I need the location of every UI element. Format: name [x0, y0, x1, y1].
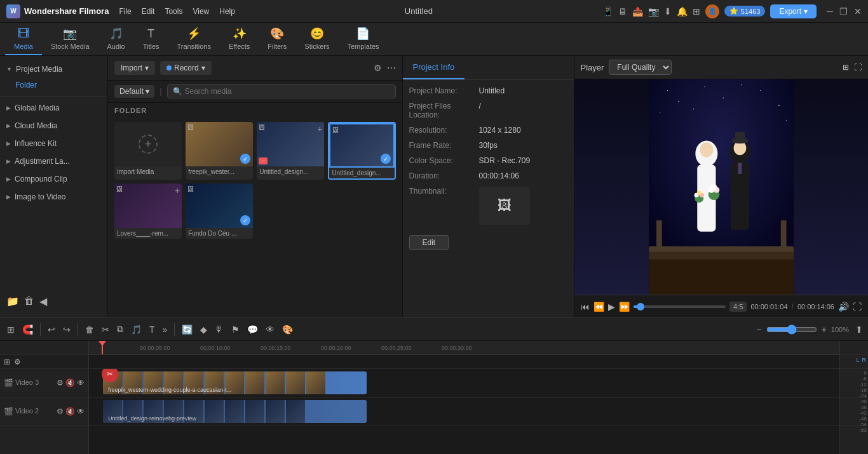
tab-media[interactable]: 🎞 Media — [5, 23, 42, 55]
menu-view[interactable]: View — [193, 7, 209, 16]
collapse-panel-icon[interactable]: ◀ — [39, 295, 47, 307]
media-item-lovers[interactable]: 🖼 + Lovers____-rem... — [114, 184, 182, 239]
folder-item[interactable]: Folder — [0, 77, 107, 93]
global-media-header[interactable]: ▶ Global Media — [0, 100, 107, 116]
tab-transitions[interactable]: ⚡ Transitions — [168, 23, 220, 55]
split-audio-button[interactable]: 🎵 — [129, 323, 144, 337]
video3-settings-icon[interactable]: ⚙ — [57, 378, 64, 387]
project-info-tab[interactable]: Project Info — [403, 56, 465, 79]
video2-clip[interactable]: Untitled_design-removebg-preview — [103, 400, 367, 423]
menu-file[interactable]: File — [119, 7, 131, 16]
video3-mute-icon[interactable]: 🔇 — [65, 378, 75, 387]
video3-visibility-icon[interactable]: 👁 — [77, 378, 85, 387]
eye-button[interactable]: 👁 — [264, 323, 276, 337]
search-input[interactable] — [185, 87, 390, 96]
keyframe-button[interactable]: ◆ — [198, 323, 209, 337]
minimize-button[interactable]: ─ — [827, 6, 833, 17]
zoom-slider[interactable] — [766, 324, 817, 335]
delete-button[interactable]: 🗑 — [83, 323, 96, 337]
menu-tools[interactable]: Tools — [165, 7, 182, 16]
media-item-untitled2[interactable]: 🖼 ✓ Untitled_design... — [328, 122, 395, 180]
import-button[interactable]: Import ▾ — [114, 61, 155, 75]
image-to-video-header[interactable]: ▶ Image to Video — [0, 189, 107, 205]
tab-stickers[interactable]: 😊 Stickers — [295, 23, 338, 55]
tab-audio[interactable]: 🎵 Audio — [98, 23, 134, 55]
video2-settings-icon[interactable]: ⚙ — [57, 407, 64, 416]
captions-button[interactable]: 💬 — [245, 323, 260, 337]
left-section-adjustment: ▶ Adjustment La... — [0, 153, 107, 170]
markers-button[interactable]: ⚑ — [229, 323, 241, 337]
loop-button[interactable]: 🔄 — [180, 323, 194, 337]
color-button[interactable]: 🎨 — [280, 323, 295, 337]
volume-button[interactable]: 🔊 — [838, 302, 849, 312]
default-select[interactable]: Default ▾ — [114, 85, 154, 98]
add-folder-icon[interactable]: 📁 — [6, 295, 19, 307]
tab-titles[interactable]: T Titles — [134, 23, 168, 55]
skip-back-button[interactable]: ⏮ — [581, 302, 590, 312]
camera-icon[interactable]: 📷 — [648, 6, 659, 17]
add-media-icon[interactable]: + — [139, 135, 158, 154]
filter-icon[interactable]: ⚙ — [374, 63, 382, 73]
adjustment-header[interactable]: ▶ Adjustment La... — [0, 153, 107, 170]
export-button[interactable]: Export ▾ — [770, 4, 817, 18]
track-options-icon[interactable]: ⚙ — [14, 357, 21, 366]
svg-point-5 — [760, 90, 761, 91]
import-arrow: ▾ — [145, 63, 149, 72]
close-button[interactable]: ✕ — [854, 6, 862, 17]
db-48: -48 — [841, 416, 867, 422]
more-tl-button[interactable]: » — [161, 323, 170, 337]
project-media-header[interactable]: ▼ Project Media — [0, 61, 107, 77]
step-back-button[interactable]: ⏪ — [593, 302, 604, 312]
tab-stock-media[interactable]: 📷 Stock Media — [42, 23, 98, 55]
maximize-button[interactable]: ❐ — [839, 6, 848, 17]
menu-help[interactable]: Help — [219, 7, 235, 16]
thumbnail-label: Thumbnail: — [409, 187, 479, 196]
video3-clip[interactable]: freepik_western-wedding-couple-a-caucasi… — [103, 371, 367, 394]
delete-icon[interactable]: 🗑 — [24, 295, 34, 307]
media-grid: + Import Media 🖼 ✓ freepik_wester... 🖼 + — [108, 118, 402, 243]
video2-mute-icon[interactable]: 🔇 — [65, 407, 75, 416]
undo-button[interactable]: ↩ — [46, 323, 57, 337]
grid-view-icon[interactable]: ⊞ — [843, 63, 849, 72]
text-button[interactable]: T — [147, 323, 157, 337]
add-track-icon[interactable]: ⊞ — [4, 357, 10, 366]
timeline-expand-icon[interactable]: ⬆ — [855, 324, 863, 335]
copy-button[interactable]: ⧉ — [115, 322, 125, 337]
redo-button[interactable]: ↪ — [61, 323, 72, 337]
fullscreen-button[interactable]: ⛶ — [853, 302, 862, 312]
progress-bar[interactable] — [634, 305, 726, 308]
timeline-grid-button[interactable]: ⊞ — [5, 323, 17, 337]
user-avatar[interactable]: 👤 — [705, 4, 719, 18]
tab-effects[interactable]: ✨ Effects — [220, 23, 259, 55]
cloud-media-header[interactable]: ▶ Cloud Media — [0, 117, 107, 134]
more-options-icon[interactable]: ⋯ — [387, 63, 396, 73]
video2-visibility-icon[interactable]: 👁 — [77, 407, 85, 416]
media-item-freepik[interactable]: 🖼 ✓ freepik_wester... — [186, 122, 253, 180]
expand-icon[interactable]: ⛶ — [854, 63, 862, 72]
edit-thumbnail-button[interactable]: Edit — [409, 235, 449, 250]
compound-clip-header[interactable]: ▶ Compound Clip — [0, 171, 107, 187]
step-forward-button[interactable]: ⏩ — [619, 302, 630, 312]
playhead[interactable] — [102, 341, 103, 354]
cut-button[interactable]: ✂ — [100, 323, 111, 337]
zoom-in-button[interactable]: + — [820, 323, 829, 337]
phone-icon[interactable]: 📱 — [602, 6, 613, 17]
tab-filters[interactable]: 🎨 Filters — [259, 23, 295, 55]
record-button[interactable]: Record ▾ — [160, 61, 212, 75]
media-item-untitled1[interactable]: 🖼 + ← Untitled_design... — [257, 122, 324, 180]
menu-edit[interactable]: Edit — [142, 7, 155, 16]
media-item-fundo[interactable]: 🖼 ✓ Fundo Do Céu ... — [186, 184, 253, 239]
audio-sync-button[interactable]: 🎙 — [213, 323, 226, 337]
influence-kit-header[interactable]: ▶ Influence Kit — [0, 135, 107, 152]
grid-icon[interactable]: ⊞ — [693, 6, 700, 17]
tab-templates[interactable]: 📄 Templates — [338, 23, 388, 55]
bell-icon[interactable]: 🔔 — [677, 6, 688, 17]
quality-select[interactable]: Full Quality — [609, 60, 672, 75]
download-icon[interactable]: ⬇ — [664, 6, 672, 17]
monitor-icon[interactable]: 🖥 — [618, 6, 627, 17]
share-icon[interactable]: 📤 — [632, 6, 643, 17]
media-item-import[interactable]: + Import Media — [114, 122, 182, 180]
play-button[interactable]: ▶ — [608, 302, 615, 312]
zoom-out-button[interactable]: − — [754, 323, 763, 337]
timeline-snap-button[interactable]: 🧲 — [20, 323, 35, 337]
